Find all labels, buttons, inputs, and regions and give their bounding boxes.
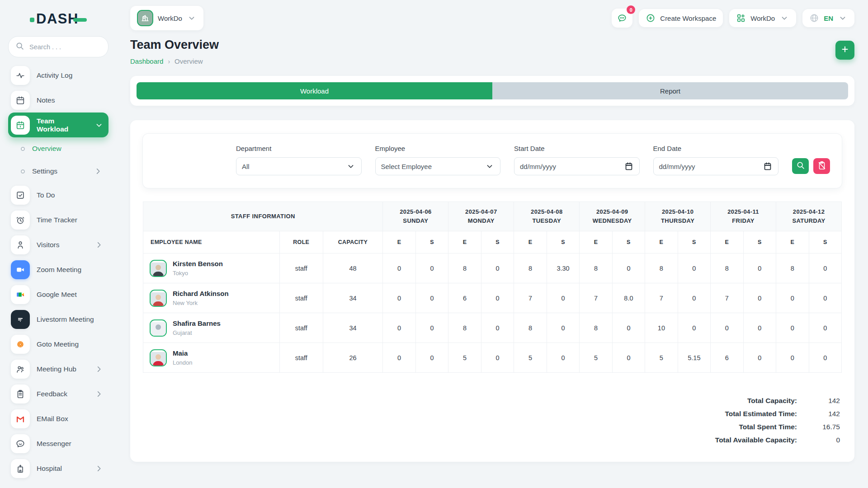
sidebar-item-meeting-hub[interactable]: Meeting Hub [8,357,108,381]
estimated-cell: 8 [514,253,547,283]
end-date-placeholder: dd/mm/yyyy [659,163,695,170]
sidebar-item-notes[interactable]: Notes [8,88,108,113]
sidebar-subitem-overview[interactable]: Overview [8,137,108,160]
department-field: Department All [236,145,362,175]
sidebar-item-google-meet[interactable]: Google Meet [8,282,108,307]
sidebar-item-visitors[interactable]: Visitors [8,232,108,257]
filter-bar: Department All Employee Select Employee … [143,134,842,188]
messages-button[interactable]: 0 [612,9,632,28]
tab-report[interactable]: Report [492,82,848,99]
employee-name: Richard Atkinson [173,290,229,297]
estimated-cell: 5 [514,343,547,373]
end-date-input[interactable]: dd/mm/yyyy [653,157,779,175]
total-value: 142 [797,395,840,406]
sidebar-item-label: Activity Log [37,71,72,80]
spent-cell: 0 [415,253,448,283]
apply-filter-button[interactable] [792,158,809,174]
employee-field: Employee Select Employee [375,145,501,175]
tabs: Workload Report [137,82,848,99]
table-row: Shafira Barnes Gujarat staff 34 00808080… [143,313,842,343]
sidebar-item-activity-log[interactable]: Activity Log [8,63,108,88]
capacity-cell: 34 [323,313,383,343]
estimated-cell: 8 [645,253,678,283]
brand-logo: DASH [8,10,108,28]
spent-cell: 0 [415,283,448,313]
capacity-cell: 34 [323,283,383,313]
spent-cell: 0 [678,253,710,283]
sidebar-item-label: Visitors [37,241,60,249]
sidebar-item-email-box[interactable]: EMail Box [8,406,108,431]
livestorm-icon [11,310,30,329]
spent-header: S [547,231,579,253]
estimated-header: E [514,231,547,253]
department-select[interactable]: All [236,157,362,175]
add-button[interactable] [835,41,854,60]
employee-name: Shafira Barnes [173,319,221,327]
sidebar-item-hospital[interactable]: Hospital [8,456,108,481]
total-label: Total Spent Time: [739,422,797,432]
employee-name: Kirsten Benson [173,260,223,267]
start-date-input[interactable]: dd/mm/yyyy [514,157,640,175]
spent-cell: 0 [481,283,514,313]
total-value: 16.75 [797,422,840,432]
workdo-menu-button[interactable]: WorkDo [729,9,796,27]
language-selector[interactable]: EN [802,9,854,27]
table-row: Richard Atkinson New York staff 34 00607… [143,283,842,313]
chevron-down-icon [187,13,197,23]
plus-circle-icon [646,13,656,23]
employee-location: London [173,359,192,366]
chat-icon [11,434,30,453]
spent-cell: 0 [547,283,579,313]
estimated-cell: 8 [580,313,612,343]
total-value: 0 [797,435,840,446]
chevron-right-icon [94,464,104,474]
create-workspace-button[interactable]: Create Workspace [639,9,723,27]
employee-cell: Kirsten Benson Tokyo [143,253,280,283]
sidebar-item-team-workload[interactable]: Team Workload [8,113,108,137]
workload-table: STAFF INFORMATION 2025-04-06SUNDAY2025-0… [143,202,842,373]
calendar-day-icon [11,116,30,135]
logo-bar-icon [73,18,87,22]
breadcrumb-dashboard-link[interactable]: Dashboard [130,57,163,65]
employee-cell: Maia London [143,343,280,373]
role-cell: staff [279,283,323,313]
start-date-label: Start Date [514,145,640,152]
reset-filter-button[interactable] [813,158,830,174]
sidebar-item-feedback[interactable]: Feedback [8,381,108,406]
employee-name: Maia [173,349,192,357]
page-head: Team Overview Dashboard › Overview [130,38,854,65]
sidebar-item-to-do[interactable]: To Do [8,183,108,207]
sidebar-item-livestorm-meeting[interactable]: Livestorm Meeting [8,307,108,332]
sidebar-item-goto-meeting[interactable]: Goto Meeting [8,332,108,357]
meet-icon [11,285,30,304]
estimated-cell: 7 [580,283,612,313]
sidebar-item-label: To Do [37,191,55,199]
staff-information-header: STAFF INFORMATION [143,202,383,231]
workspace-selector[interactable]: WorkDo [130,6,203,30]
total-row: Total Available Capacity: 0 [715,435,840,446]
spent-cell: 0 [415,343,448,373]
estimated-cell: 6 [711,343,743,373]
estimated-header: E [776,231,809,253]
sidebar-search[interactable]: Search . . . [8,36,108,57]
sidebar-item-messenger[interactable]: Messenger [8,431,108,456]
sidebar-item-label: Goto Meeting [37,340,79,348]
tab-workload[interactable]: Workload [137,82,492,99]
department-value: All [242,163,250,170]
estimated-cell: 7 [514,283,547,313]
sidebar-subitem-settings[interactable]: Settings [8,160,108,183]
chevron-down-icon [485,161,495,171]
spent-cell: 0 [743,283,776,313]
sidebar-item-zoom-meeting[interactable]: Zoom Meeting [8,257,108,282]
clipboard-icon [11,385,30,404]
sidebar-item-label: Team Workload [37,117,87,133]
table-row: Maia London staff 26 0050505055.156000 [143,343,842,373]
sidebar-item-time-tracker[interactable]: Time Tracker [8,207,108,232]
chevron-down-icon [779,13,789,23]
estimated-cell: 0 [776,283,809,313]
search-placeholder: Search . . . [29,43,61,51]
spent-cell: 0 [481,343,514,373]
employee-select[interactable]: Select Employee [375,157,501,175]
sidebar-nav: Activity Log Notes Team Workload Overvie… [8,63,108,481]
estimated-cell: 0 [776,313,809,343]
